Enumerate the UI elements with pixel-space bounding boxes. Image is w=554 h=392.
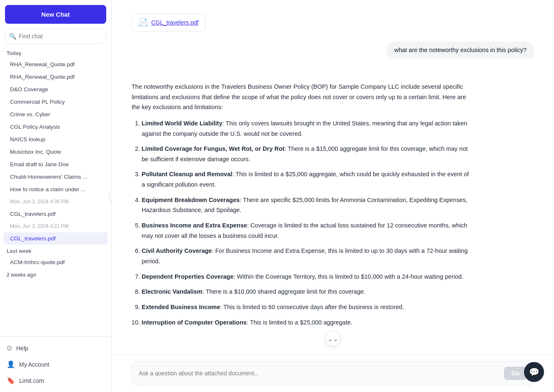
list-item[interactable]: RHA_Renewal_Quote.pdf [3,58,108,70]
help-icon: ⊙ [7,344,12,352]
list-item[interactable]: CGL Policy Analysis [3,121,108,133]
help-label: Help [16,345,28,352]
list-item[interactable]: Musicbox Inc. Quote [3,146,108,158]
exclusion-title-1: Limited World Wide Liability [142,120,222,127]
scroll-to-bottom-button[interactable]: ⌄⌄ [325,331,340,346]
exclusion-detail-10: : This is limited to a $25,000 aggregate… [247,319,352,326]
list-item: Electronic Vandalism: There is a $10,000… [142,287,473,297]
new-chat-button[interactable]: New Chat [5,5,106,24]
exclusion-title-3: Pollutant Cleanup and Removal [142,171,232,177]
exclusion-title-6: Civil Authority Coverage [142,247,212,254]
chat-widget-icon: 💬 [529,367,539,377]
exclusion-title-10: Interruption of Computer Operations [142,319,247,326]
today-section-label: Today [0,47,111,58]
exclusion-title-2: Limited Coverage for Fungus, Wet Rot, or… [142,145,284,152]
list-item[interactable]: Crime vs. Cyber [3,108,108,120]
user-message: what are the noteworthy exclusions in th… [387,42,534,58]
sidebar-footer: ⊙ Help 👤 My Account 🔖 Limit.com [0,336,111,392]
person-icon: 👤 [7,360,15,368]
list-item[interactable]: Chubb Homeowners' Claims ... [3,171,108,183]
help-button[interactable]: ⊙ Help [0,340,111,356]
ai-intro-text: The noteworthy exclusions in the Travele… [132,82,473,112]
exclusions-list: Limited World Wide Liability: This only … [132,118,473,327]
list-item[interactable]: How to notice a claim under ... [3,183,108,195]
list-item[interactable]: Email draft to Jane Doe [3,158,108,170]
input-area: Go [112,354,554,392]
exclusion-detail-9: : This is limited to 60 consecutive days… [220,304,404,310]
exclusion-title-9: Extended Business Income [142,304,220,310]
list-item[interactable]: Mon, Jun 3, 2024 4:36 PM [3,196,108,207]
list-item[interactable]: RHA_Renewal_Quote.pdf [3,71,108,83]
list-item[interactable]: NAICS lookup [3,133,108,145]
two-weeks-ago-label: 2 weeks ago [0,269,111,280]
ai-response: The noteworthy exclusions in the Travele… [132,82,473,327]
chevron-down-double-icon: ⌄⌄ [327,335,338,343]
list-item: Pollutant Cleanup and Removal: This is l… [142,169,473,190]
exclusion-title-4: Equipment Breakdown Coverages [142,197,240,203]
file-icon: 📄 [139,18,148,27]
chat-input[interactable] [139,370,499,377]
list-item[interactable]: CGL_travelers.pdf [3,208,108,220]
search-icon: 🔍 [9,33,16,40]
list-item: Equipment Breakdown Coverages: There are… [142,195,473,215]
list-item: Limited Coverage for Fungus, Wet Rot, or… [142,144,473,164]
limit-label: Limit.com [19,377,44,384]
list-item[interactable]: Mon, Jun 3, 2024 4:21 PM [3,220,108,232]
sidebar-items: Today RHA_Renewal_Quote.pdf RHA_Renewal_… [0,47,111,336]
exclusion-title-8: Electronic Vandalism [142,288,202,295]
go-button[interactable]: Go [504,367,527,380]
file-bubble[interactable]: 📄 CGL_travelers.pdf [132,13,206,32]
my-account-label: My Account [19,361,49,368]
exclusion-detail-8: : There is a $10,000 shared aggregate li… [202,288,365,295]
list-item: Limited World Wide Liability: This only … [142,118,473,139]
main-content: 📄 CGL_travelers.pdf what are the notewor… [112,0,554,392]
input-row: Go [132,361,534,385]
search-input[interactable] [5,29,106,44]
list-item: Interruption of Computer Operations: Thi… [142,317,473,328]
chat-area: 📄 CGL_travelers.pdf what are the notewor… [112,0,554,354]
exclusion-title-5: Business Income and Extra Expense [142,222,247,229]
list-item[interactable]: ACM-tmhcc-quote.pdf [3,256,108,268]
limit-button[interactable]: 🔖 Limit.com [0,372,111,389]
list-item: Dependent Properties Coverage: Within th… [142,272,473,282]
exclusion-title-7: Dependent Properties Coverage [142,273,234,280]
my-account-button[interactable]: 👤 My Account [0,356,111,372]
file-name[interactable]: CGL_travelers.pdf [151,19,199,26]
list-item[interactable]: D&O Coverage [3,83,108,95]
list-item: Business Income and Extra Expense: Cover… [142,220,473,241]
bookmark-icon: 🔖 [7,377,15,385]
list-item[interactable]: Commercial PL Policy [3,96,108,108]
search-container: 🔍 [5,29,106,44]
list-item[interactable]: CGL_travelers.pdf [3,232,108,245]
list-item: Extended Business Income: This is limite… [142,302,473,312]
last-week-section-label: Last week [0,245,111,256]
chat-widget-button[interactable]: 💬 [524,362,544,382]
exclusion-detail-7: : Within the Coverage Territory, this is… [234,273,464,280]
list-item: Civil Authority Coverage: For Business I… [142,246,473,266]
